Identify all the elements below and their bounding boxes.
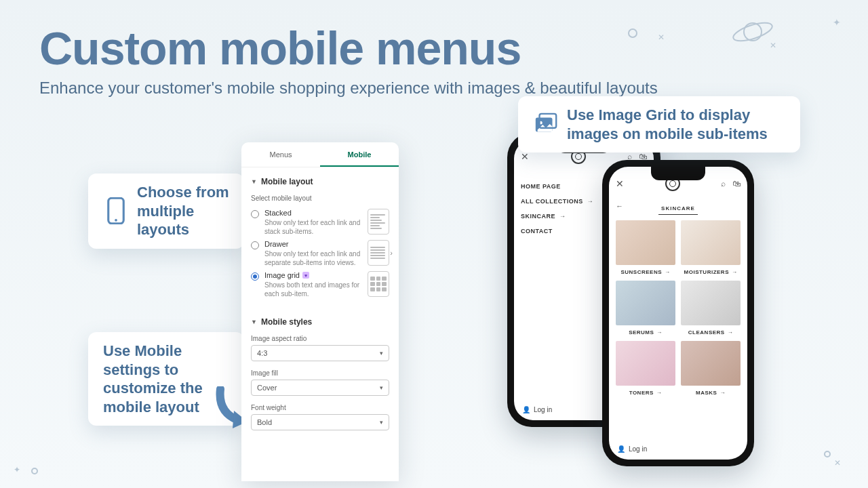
svg-point-3 bbox=[115, 219, 117, 222]
card-cleansers[interactable]: CLEANSERS → bbox=[681, 281, 741, 336]
phone-notch bbox=[651, 167, 705, 180]
fill-label: Image fill bbox=[241, 365, 399, 380]
arrow-right-icon: → bbox=[656, 329, 663, 336]
option-drawer[interactable]: Drawer Show only text for each link and … bbox=[241, 236, 399, 267]
chevron-icon: ▾ bbox=[380, 350, 383, 357]
login-link[interactable]: 👤 Log in bbox=[522, 406, 552, 413]
search-icon[interactable]: ⌕ bbox=[721, 179, 726, 188]
planet-icon bbox=[726, 17, 773, 50]
arrow-right-icon: → bbox=[587, 198, 594, 205]
chevron-down-icon: ▼ bbox=[251, 319, 257, 325]
category-grid: SUNSCREENS → MOISTURIZERS → SERUMS → CLE… bbox=[609, 220, 747, 396]
tab-mobile[interactable]: Mobile bbox=[320, 142, 399, 167]
page-subtitle: Enhance your customer's mobile shopping … bbox=[39, 77, 658, 98]
option-desc: Show only text for each link and separat… bbox=[264, 249, 362, 267]
category-image bbox=[681, 341, 741, 386]
category-image bbox=[616, 220, 675, 265]
chevron-icon: ▾ bbox=[380, 419, 383, 426]
option-desc: Shows both text and images for each sub-… bbox=[264, 281, 362, 298]
star-icon: ✦ bbox=[14, 465, 20, 474]
callout-text: Use Image Grid to display images on mobi… bbox=[567, 106, 785, 143]
settings-panel: Menus Mobile ▼ Mobile layout Select mobi… bbox=[241, 142, 399, 481]
category-image bbox=[681, 220, 741, 265]
chevron-icon: ▾ bbox=[380, 384, 383, 391]
star-icon: ✦ bbox=[833, 17, 841, 28]
callout-imagegrid: Use Image Grid to display images on mobi… bbox=[518, 96, 800, 152]
card-serums[interactable]: SERUMS → bbox=[616, 281, 675, 336]
star-icon: ✕ bbox=[658, 33, 665, 42]
back-icon[interactable]: ← bbox=[616, 202, 623, 210]
arrow-right-icon: → bbox=[732, 269, 738, 275]
crumb-label: SKINCARE bbox=[658, 203, 698, 215]
category-image bbox=[616, 281, 675, 325]
weight-label: Font weight bbox=[241, 400, 399, 414]
breadcrumb: ← SKINCARE bbox=[609, 197, 747, 220]
phone-icon bbox=[103, 198, 129, 224]
radio-icon bbox=[251, 272, 259, 281]
option-title: Stacked bbox=[264, 209, 362, 217]
user-icon: 👤 bbox=[522, 406, 530, 413]
circle-icon bbox=[824, 451, 831, 458]
close-icon[interactable]: ✕ bbox=[521, 151, 529, 162]
close-icon[interactable]: ✕ bbox=[616, 178, 624, 189]
arrow-right-icon: → bbox=[656, 390, 663, 396]
card-moisturizers[interactable]: MOISTURIZERS → bbox=[681, 220, 741, 275]
select-layout-label: Select mobile layout bbox=[241, 190, 399, 205]
option-stacked[interactable]: Stacked Show only text for each link and… bbox=[241, 205, 399, 236]
fill-select[interactable]: Cover▾ bbox=[251, 380, 389, 396]
bag-icon[interactable]: 🛍 bbox=[732, 179, 741, 188]
radio-icon bbox=[251, 210, 259, 218]
option-desc: Show only text for each link and stack s… bbox=[264, 218, 362, 236]
star-icon: ✕ bbox=[834, 458, 841, 468]
card-masks[interactable]: MASKS → bbox=[681, 341, 741, 396]
grid-thumbnail-icon bbox=[368, 271, 389, 297]
phone-preview-grid: ✕ ⌕ 🛍 ← SKINCARE SUNSCREENS → MOISTURIZE… bbox=[602, 160, 754, 466]
section-mobile-styles[interactable]: ▼ Mobile styles bbox=[241, 308, 399, 331]
option-title: Image grid ♥ bbox=[264, 271, 362, 279]
card-sunscreens[interactable]: SUNSCREENS → bbox=[616, 220, 675, 275]
weight-select[interactable]: Bold▾ bbox=[251, 414, 389, 430]
arrow-right-icon: → bbox=[728, 329, 734, 336]
card-toners[interactable]: TONERS → bbox=[616, 341, 675, 396]
category-image bbox=[681, 281, 741, 325]
category-image bbox=[616, 341, 675, 386]
login-link[interactable]: 👤 Log in bbox=[617, 445, 647, 453]
svg-point-0 bbox=[744, 23, 762, 41]
section-mobile-layout[interactable]: ▼ Mobile layout bbox=[241, 167, 399, 190]
arrow-right-icon: → bbox=[665, 269, 671, 275]
star-icon: ✕ bbox=[770, 41, 776, 50]
chevron-down-icon: ▼ bbox=[251, 178, 257, 185]
page-heading: Custom mobile menus Enhance your custome… bbox=[39, 22, 658, 98]
arrow-right-icon: → bbox=[719, 390, 726, 396]
user-icon: 👤 bbox=[617, 445, 625, 453]
panel-tabs: Menus Mobile bbox=[241, 142, 399, 167]
callout-text: Choose from multiple layouts bbox=[137, 183, 229, 239]
section-title: Mobile layout bbox=[261, 177, 313, 186]
heart-badge-icon: ♥ bbox=[302, 272, 309, 279]
section-title: Mobile styles bbox=[261, 317, 312, 327]
option-title: Drawer bbox=[264, 240, 362, 248]
svg-point-1 bbox=[731, 19, 773, 45]
circle-icon bbox=[31, 468, 38, 474]
stacked-thumbnail-icon bbox=[368, 209, 389, 235]
callout-text: Use Mobile settings to customize the mob… bbox=[103, 342, 229, 416]
radio-icon bbox=[251, 241, 259, 249]
aspect-select[interactable]: 4:3▾ bbox=[251, 345, 389, 361]
image-grid-icon bbox=[533, 112, 559, 138]
drawer-thumbnail-icon bbox=[368, 240, 389, 266]
option-image-grid[interactable]: Image grid ♥ Shows both text and images … bbox=[241, 267, 399, 298]
page-title: Custom mobile menus bbox=[39, 22, 658, 75]
aspect-label: Image aspect ratio bbox=[241, 331, 399, 345]
arrow-right-icon: → bbox=[559, 213, 566, 220]
tab-menus[interactable]: Menus bbox=[241, 142, 320, 167]
callout-layouts: Choose from multiple layouts bbox=[88, 174, 244, 249]
